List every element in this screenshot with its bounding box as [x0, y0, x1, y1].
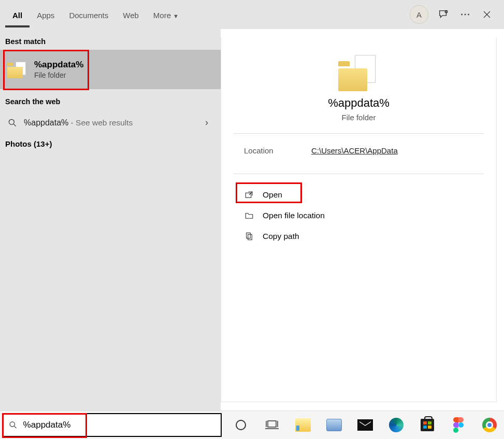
close-icon[interactable] [480, 8, 494, 21]
open-file-location-action[interactable]: Open file location [234, 205, 484, 226]
folder-icon [338, 55, 380, 91]
chrome-icon[interactable] [482, 417, 497, 433]
chevron-right-icon: › [205, 117, 215, 128]
svg-point-2 [465, 14, 466, 16]
file-explorer-icon[interactable] [295, 417, 311, 433]
location-label: Location [244, 146, 311, 155]
web-result-text: %appdata% - See web results [24, 118, 133, 128]
open-label: Open [263, 190, 282, 200]
microsoft-store-icon[interactable] [420, 417, 435, 433]
cortana-icon[interactable] [233, 417, 249, 433]
preview-panel: %appdata% File folder Location C:\Users\… [221, 37, 497, 402]
best-match-item[interactable]: %appdata% File folder [0, 50, 221, 89]
copy-icon [244, 231, 254, 242]
location-link[interactable]: C:\Users\ACER\AppData [311, 146, 398, 155]
svg-point-8 [10, 422, 15, 427]
tab-web[interactable]: Web [116, 2, 146, 27]
svg-rect-10 [268, 421, 276, 427]
web-result-item[interactable]: %appdata% - See web results › [0, 110, 221, 135]
more-icon[interactable] [458, 8, 472, 21]
chevron-down-icon: ▼ [173, 13, 179, 19]
search-body: Best match %appdata% File folder Search … [0, 29, 504, 410]
tab-more[interactable]: More▼ [146, 2, 186, 27]
open-action[interactable]: Open [234, 185, 484, 205]
best-match-title: %appdata% [34, 60, 83, 70]
search-icon [8, 420, 18, 430]
tab-apps[interactable]: Apps [30, 2, 62, 27]
photos-section-label[interactable]: Photos (13+) [0, 135, 221, 152]
svg-point-3 [468, 14, 469, 16]
user-avatar[interactable]: A [410, 5, 428, 24]
open-icon [244, 190, 254, 200]
taskbar-search[interactable] [2, 413, 222, 437]
folder-open-icon [244, 210, 254, 221]
taskbar [0, 410, 504, 439]
results-panel: Best match %appdata% File folder Search … [0, 29, 221, 410]
copy-path-action[interactable]: Copy path [234, 226, 484, 247]
task-view-icon[interactable] [264, 417, 280, 433]
divider [234, 133, 484, 134]
best-match-label: Best match [0, 29, 221, 50]
preview-title: %appdata% [234, 96, 484, 110]
svg-point-1 [461, 14, 463, 16]
svg-point-4 [9, 119, 14, 124]
location-row: Location C:\Users\ACER\AppData [234, 144, 484, 168]
preview-subtitle: File folder [234, 113, 484, 122]
onscreen-keyboard-icon[interactable] [326, 417, 342, 433]
tab-documents[interactable]: Documents [62, 2, 116, 27]
filter-tabs: All Apps Documents Web More▼ [5, 2, 186, 27]
divider [234, 174, 484, 174]
feedback-icon[interactable] [437, 8, 450, 21]
header-actions: A [410, 5, 499, 24]
folder-icon [7, 61, 27, 78]
svg-rect-7 [248, 234, 252, 240]
search-input[interactable] [23, 420, 221, 430]
svg-rect-6 [247, 233, 251, 238]
search-icon [7, 118, 18, 128]
best-match-subtitle: File folder [34, 71, 83, 79]
edge-icon[interactable] [388, 417, 404, 433]
mail-icon[interactable] [357, 417, 373, 433]
copy-path-label: Copy path [263, 232, 299, 241]
tab-all[interactable]: All [5, 2, 30, 27]
open-location-label: Open file location [263, 211, 325, 220]
search-web-label: Search the web [0, 89, 221, 110]
header-bar: All Apps Documents Web More▼ A [0, 0, 504, 29]
taskbar-icons [222, 417, 497, 433]
figma-icon[interactable] [451, 417, 466, 433]
svg-point-9 [236, 420, 246, 430]
